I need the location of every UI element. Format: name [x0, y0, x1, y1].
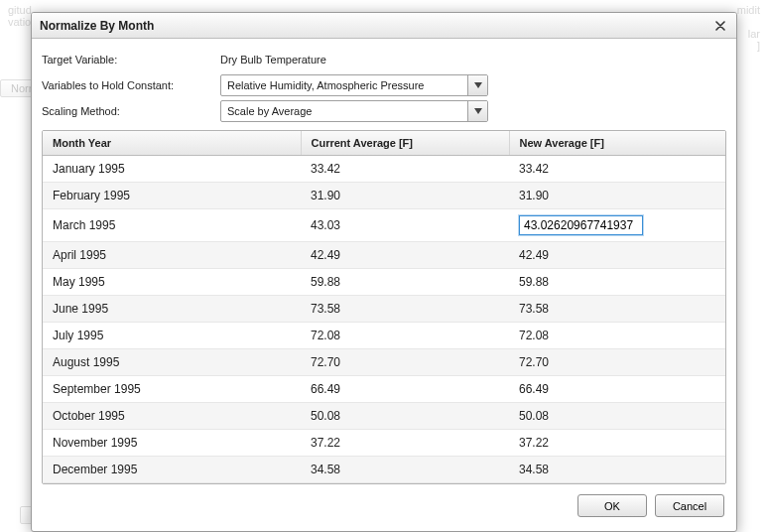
table-header-row: Month Year Current Average [F] New Avera… [43, 131, 725, 156]
cell-current-average[interactable]: 34.58 [301, 457, 509, 483]
cell-new-average[interactable]: 31.90 [509, 183, 725, 209]
col-header-new[interactable]: New Average [F] [509, 131, 725, 156]
table-row[interactable]: January 199533.4233.42 [43, 156, 725, 183]
cell-new-average[interactable]: 33.42 [509, 156, 725, 183]
scaling-method-select[interactable]: Scale by Average [220, 100, 488, 122]
cell-current-average[interactable]: 42.49 [301, 242, 509, 269]
table-row[interactable]: August 199572.7072.70 [43, 349, 725, 376]
cell-new-average[interactable]: 73.58 [509, 296, 725, 323]
cell-new-average[interactable]: 59.88 [509, 269, 725, 296]
table-row[interactable]: February 199531.9031.90 [43, 183, 725, 209]
table-row[interactable]: June 199573.5873.58 [43, 296, 725, 323]
averages-table: Month Year Current Average [F] New Avera… [42, 130, 726, 484]
scaling-method-label: Scaling Method: [42, 105, 220, 117]
scaling-method-row: Scaling Method: Scale by Average [42, 100, 726, 122]
cell-new-average[interactable] [509, 209, 725, 242]
cancel-button[interactable]: Cancel [655, 494, 724, 517]
cell-current-average[interactable]: 59.88 [301, 269, 509, 296]
cell-new-average[interactable]: 66.49 [509, 376, 725, 403]
close-icon [715, 21, 725, 31]
cell-current-average[interactable]: 50.08 [301, 403, 509, 430]
table-row[interactable]: November 199537.2237.22 [43, 430, 725, 457]
scaling-method-selected: Scale by Average [221, 105, 467, 117]
cell-current-average[interactable]: 37.22 [301, 430, 509, 457]
cell-new-average[interactable]: 72.08 [509, 323, 725, 349]
dialog-title: Normalize By Month [40, 19, 154, 33]
target-variable-value: Dry Bulb Temperature [220, 54, 326, 66]
cell-month[interactable]: October 1995 [43, 403, 301, 430]
cell-current-average[interactable]: 43.03 [301, 209, 509, 242]
cell-current-average[interactable]: 66.49 [301, 376, 509, 403]
table-row[interactable]: December 199534.5834.58 [43, 457, 725, 483]
cell-new-average[interactable]: 37.22 [509, 430, 725, 457]
hold-constant-row: Variables to Hold Constant: Relative Hum… [42, 74, 726, 96]
cell-new-average[interactable]: 42.49 [509, 242, 725, 269]
table-row[interactable]: April 199542.4942.49 [43, 242, 725, 269]
close-button[interactable] [712, 18, 728, 34]
dialog-footer: OK Cancel [42, 484, 726, 519]
cell-month[interactable]: March 1995 [43, 209, 301, 242]
table-row[interactable]: March 199543.03 [43, 209, 725, 242]
cell-current-average[interactable]: 72.08 [301, 323, 509, 349]
cell-new-average[interactable]: 34.58 [509, 457, 725, 483]
cell-month[interactable]: February 1995 [43, 183, 301, 209]
target-variable-row: Target Variable: Dry Bulb Temperature [42, 49, 726, 70]
cell-current-average[interactable]: 31.90 [301, 183, 509, 209]
new-average-input[interactable] [519, 215, 643, 235]
table-row[interactable]: September 199566.4966.49 [43, 376, 725, 403]
scaling-method-dropdown-arrow[interactable] [467, 101, 487, 121]
chevron-down-icon [474, 82, 482, 88]
cell-month[interactable]: September 1995 [43, 376, 301, 403]
table-row[interactable]: October 199550.0850.08 [43, 403, 725, 430]
cell-new-average[interactable]: 50.08 [509, 403, 725, 430]
hold-constant-label: Variables to Hold Constant: [42, 79, 220, 91]
cell-month[interactable]: August 1995 [43, 349, 301, 376]
table-row[interactable]: July 199572.0872.08 [43, 323, 725, 349]
ok-button[interactable]: OK [577, 494, 647, 517]
cell-month[interactable]: July 1995 [43, 323, 301, 349]
cell-month[interactable]: May 1995 [43, 269, 301, 296]
cell-new-average[interactable]: 72.70 [509, 349, 725, 376]
cell-month[interactable]: June 1995 [43, 296, 301, 323]
cell-current-average[interactable]: 72.70 [301, 349, 509, 376]
col-header-current[interactable]: Current Average [F] [301, 131, 509, 156]
hold-constant-selected: Relative Humidity, Atmospheric Pressure [221, 79, 467, 91]
cell-current-average[interactable]: 73.58 [301, 296, 509, 323]
cell-month[interactable]: April 1995 [43, 242, 301, 269]
normalize-dialog: Normalize By Month Target Variable: Dry … [31, 12, 737, 532]
chevron-down-icon [474, 108, 482, 114]
hold-constant-dropdown-arrow[interactable] [467, 75, 487, 95]
hold-constant-select[interactable]: Relative Humidity, Atmospheric Pressure [220, 74, 488, 96]
dialog-titlebar[interactable]: Normalize By Month [32, 13, 736, 39]
cell-month[interactable]: November 1995 [43, 430, 301, 457]
table-row[interactable]: May 199559.8859.88 [43, 269, 725, 296]
cell-month[interactable]: December 1995 [43, 457, 301, 483]
col-header-month[interactable]: Month Year [43, 131, 301, 156]
cell-current-average[interactable]: 33.42 [301, 156, 509, 183]
target-variable-label: Target Variable: [42, 54, 220, 66]
cell-month[interactable]: January 1995 [43, 156, 301, 183]
